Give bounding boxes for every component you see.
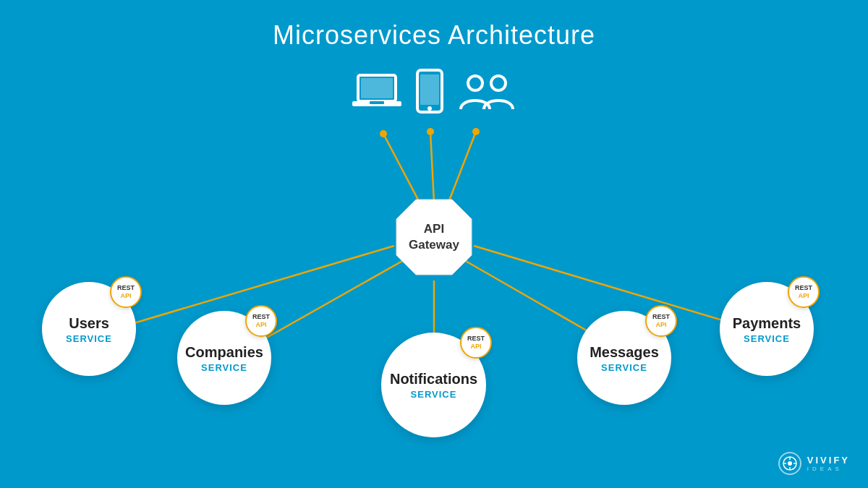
svg-line-2 [448,132,476,202]
notifications-service-name: Notifications [390,370,477,388]
notifications-service-node: REST API Notifications SERVICE [381,333,486,437]
vivify-text-block: VIVIFY IDEAS [807,455,850,472]
svg-marker-20 [396,200,472,275]
companies-rest-badge: REST API [245,305,277,337]
companies-service-label: SERVICE [201,362,247,373]
notifications-service-circle: REST API Notifications SERVICE [381,333,486,437]
svg-point-19 [491,76,506,90]
companies-service-circle: REST API Companies SERVICE [177,311,271,405]
payments-service-circle: REST API Payments SERVICE [720,282,814,376]
users-rest-badge: REST API [110,276,142,308]
svg-rect-14 [370,101,384,104]
companies-service-node: REST API Companies SERVICE [177,311,271,405]
api-gateway: API Gateway [391,194,477,281]
svg-point-5 [472,128,480,135]
svg-point-4 [427,128,434,135]
users-service-name: Users [69,314,109,332]
messages-rest-badge: REST API [645,305,677,337]
svg-point-17 [427,106,432,111]
messages-service-node: REST API Messages SERVICE [577,311,671,405]
notifications-service-label: SERVICE [411,389,457,400]
payments-service-node: REST API Payments SERVICE [720,282,814,376]
messages-service-circle: REST API Messages SERVICE [577,311,671,405]
vivify-logo: VIVIFY IDEAS [778,452,850,475]
notifications-rest-badge: REST API [460,327,492,359]
svg-line-0 [383,134,420,202]
payments-service-name: Payments [733,314,801,332]
svg-line-1 [430,132,434,202]
clients-area [352,69,516,119]
vivify-icon [778,452,801,475]
svg-rect-16 [420,74,439,105]
users-group-icon [458,72,516,119]
users-service-node: REST API Users SERVICE [42,282,136,376]
svg-point-18 [468,76,482,90]
users-service-label: SERVICE [66,333,112,344]
users-service-circle: REST API Users SERVICE [42,282,136,376]
svg-point-22 [788,461,792,466]
phone-icon [416,69,443,119]
payments-service-label: SERVICE [744,333,790,344]
page-title: Microservices Architecture [0,0,868,51]
messages-service-label: SERVICE [601,362,647,373]
messages-service-name: Messages [590,343,659,361]
companies-service-name: Companies [185,343,263,361]
payments-rest-badge: REST API [788,276,820,308]
svg-rect-12 [361,78,393,98]
laptop-icon [352,72,401,119]
svg-point-3 [380,130,387,137]
